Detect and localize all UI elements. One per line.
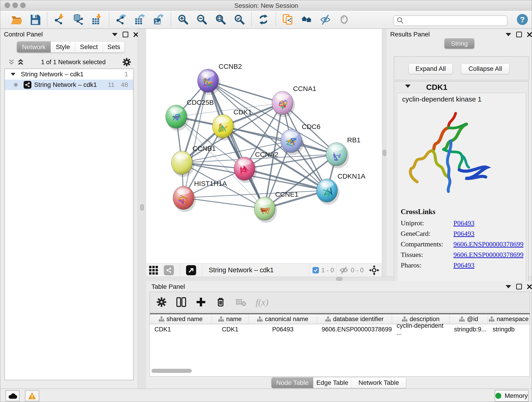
tab-network[interactable]: Network — [17, 41, 51, 52]
crosslink-link[interactable]: P06493 — [453, 219, 475, 227]
control-panel-title: Control Panel — [4, 31, 43, 38]
tab-edge-table[interactable]: Edge Table — [313, 377, 351, 388]
zoom-out-button[interactable] — [196, 13, 208, 26]
zoom-in-button[interactable] — [177, 13, 190, 26]
panel-menu-icon[interactable] — [506, 33, 511, 36]
float-panel-icon[interactable] — [516, 32, 522, 37]
tab-node-table[interactable]: Node Table — [272, 377, 313, 388]
column-header-name[interactable]: name — [212, 314, 249, 324]
node-CCNB1[interactable]: CCNB1 — [171, 145, 216, 177]
network-view-toolbar: String Network – cdk1 1 - 0 0 - 0 — [146, 263, 382, 277]
node-RB1[interactable]: RB1 — [326, 136, 360, 168]
column-type-icon — [218, 317, 224, 322]
panel-menu-icon[interactable] — [506, 285, 511, 288]
import-network-file-button[interactable] — [53, 13, 66, 26]
float-panel-icon[interactable] — [123, 32, 128, 37]
column-header-sharedname[interactable]: shared name — [150, 314, 212, 324]
table-cell: 9606.ENSP00000378699 — [317, 324, 392, 334]
grid-view-icon[interactable] — [149, 265, 158, 275]
show-columns-icon[interactable] — [176, 297, 186, 307]
expand-all-button[interactable]: Expand All — [409, 63, 453, 74]
show-all-icon — [339, 14, 350, 25]
hidden-items-icon[interactable] — [339, 266, 348, 274]
node-label-CDC25B: CDC25B — [187, 99, 214, 106]
node-CCNA1[interactable]: CCNA1 — [272, 85, 317, 117]
expand-all-icon[interactable] — [17, 59, 25, 65]
left-splitter[interactable] — [138, 29, 147, 389]
zoom-selected-button[interactable] — [233, 13, 246, 26]
float-panel-icon[interactable] — [516, 284, 522, 289]
collapse-icon[interactable] — [11, 73, 15, 76]
collapse-section-icon[interactable] — [405, 85, 411, 88]
share-view-icon[interactable] — [164, 265, 174, 275]
copy-network-button[interactable] — [282, 13, 294, 26]
crosslink-link[interactable]: P06493 — [453, 230, 475, 237]
open-session-button[interactable] — [10, 13, 23, 26]
first-neighbors-button[interactable] — [300, 13, 313, 26]
node-CCNB2[interactable]: CCNB2 — [197, 63, 242, 95]
node-CCNE1[interactable]: CCNE1 — [254, 191, 298, 223]
selected-nodes-checkbox[interactable] — [312, 267, 319, 274]
right-splitter-handle[interactable] — [383, 150, 386, 156]
export-table-button[interactable] — [133, 13, 146, 26]
network-row[interactable]: String Network – cdk1 11 48 — [5, 80, 133, 90]
bottom-splitter-handle[interactable] — [336, 277, 342, 281]
export-network-button[interactable] — [115, 13, 128, 26]
crosslink-link[interactable]: 9606.ENSP00000378699 — [453, 251, 524, 259]
column-header-namespace[interactable]: namespace — [488, 314, 530, 324]
hide-selected-icon — [320, 14, 331, 25]
table-cell: stringdb:9... — [450, 324, 488, 334]
tab-select[interactable]: Select — [75, 41, 103, 52]
search-input[interactable] — [404, 17, 507, 25]
export-image-button[interactable] — [152, 13, 165, 26]
create-column-icon[interactable] — [196, 297, 206, 307]
birds-eye-view-icon[interactable] — [186, 265, 196, 275]
right-splitter[interactable] — [382, 29, 387, 276]
fit-content-icon[interactable] — [369, 265, 379, 275]
save-session-button[interactable] — [29, 13, 41, 26]
search-box[interactable] — [393, 15, 507, 26]
close-panel-icon[interactable] — [527, 32, 532, 37]
refresh-button[interactable] — [257, 13, 270, 26]
column-header-id[interactable]: @id — [450, 314, 488, 324]
collapse-all-button[interactable]: Collapse All — [461, 63, 510, 74]
crosslink-link[interactable]: P06493 — [453, 261, 475, 269]
left-splitter-handle[interactable] — [140, 204, 144, 211]
table-options-gear-icon[interactable] — [156, 297, 167, 307]
table-hscrollbar[interactable] — [152, 369, 192, 373]
tab-string[interactable]: String — [444, 38, 474, 49]
network-canvas[interactable]: CCNB2CCNA1CDC25BCDK1CDC6RB1CCNB1CCNA2CDK… — [146, 29, 382, 263]
table-row[interactable]: CDK1CDK1P064939606.ENSP00000378699cyclin… — [150, 324, 530, 334]
crosslink-label: Pharos: — [397, 261, 453, 269]
zoom-fit-button[interactable] — [214, 13, 227, 26]
import-network-database-button[interactable] — [72, 13, 85, 26]
close-panel-icon[interactable] — [527, 284, 532, 289]
help-button[interactable]: ? — [517, 14, 528, 25]
column-header-databaseidentifier[interactable]: database identifier — [317, 314, 392, 324]
tab-network-table[interactable]: Network Table — [351, 377, 406, 388]
import-table-file-button[interactable] — [90, 13, 103, 26]
crosslink-link[interactable]: 9606.ENSP00000378699 — [453, 240, 524, 248]
crosslink-row: GeneCard:P06493 — [397, 228, 526, 239]
edge-CDK1-RB1[interactable] — [223, 126, 336, 154]
show-all-button[interactable] — [338, 13, 351, 26]
protein-structure-image — [404, 107, 500, 204]
column-header-canonicalname[interactable]: canonical name — [249, 314, 317, 324]
network-view-title: String Network – cdk1 — [209, 266, 309, 274]
node-CDC6[interactable]: CDC6 — [281, 123, 321, 155]
delete-column-icon[interactable] — [215, 297, 226, 307]
window-titlebar: Session: New Session — [0, 0, 532, 11]
status-bar: Memory — [0, 389, 532, 402]
node-CDKN1A[interactable]: CDKN1A — [317, 172, 365, 205]
warning-button[interactable] — [25, 390, 39, 401]
cloud-button[interactable] — [6, 390, 20, 401]
gear-icon[interactable] — [122, 57, 131, 67]
memory-button[interactable]: Memory — [495, 390, 529, 402]
tab-sets[interactable]: Sets — [103, 41, 125, 52]
hide-selected-button[interactable] — [319, 13, 332, 26]
table-cell: cyclin-dependent ... — [392, 324, 450, 334]
collapse-all-icon[interactable] — [7, 59, 15, 65]
tab-style[interactable]: Style — [51, 41, 75, 52]
network-collection-row[interactable]: String Network – cdk1 1 — [5, 69, 133, 80]
panel-menu-icon[interactable] — [112, 33, 118, 36]
